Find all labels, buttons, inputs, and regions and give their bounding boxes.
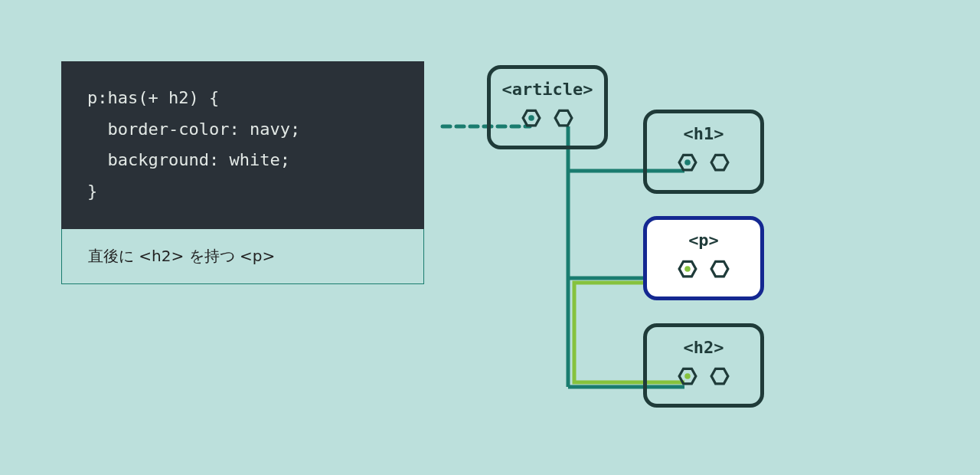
- node-article: <article>: [487, 65, 608, 149]
- svg-point-7: [684, 266, 691, 272]
- node-h2: <h2>: [643, 323, 764, 408]
- ports-p: [678, 259, 730, 279]
- port-icon: [710, 259, 730, 279]
- port-icon: [521, 108, 541, 128]
- ports-h2: [678, 366, 730, 386]
- svg-marker-11: [711, 369, 728, 384]
- svg-marker-2: [555, 110, 572, 126]
- node-p-label: <p>: [688, 231, 719, 250]
- port-icon: [678, 152, 697, 172]
- svg-marker-5: [711, 155, 728, 170]
- node-h2-label: <h2>: [684, 338, 724, 357]
- code-line-1: p:has(+ h2) {: [87, 88, 219, 107]
- svg-point-1: [528, 115, 534, 121]
- port-icon: [554, 108, 573, 128]
- code-block: p:has(+ h2) { border-color: navy; backgr…: [61, 61, 424, 229]
- dom-tree-diagram: <article> <h1> <p> <h2>: [424, 61, 776, 421]
- code-line-4: }: [87, 182, 97, 201]
- ports-article: [521, 108, 573, 128]
- svg-point-4: [684, 159, 691, 165]
- svg-marker-8: [711, 261, 728, 277]
- node-p: <p>: [643, 216, 764, 300]
- port-icon: [678, 366, 697, 386]
- node-h1-label: <h1>: [684, 124, 724, 143]
- code-panel: p:has(+ h2) { border-color: navy; backgr…: [61, 61, 424, 284]
- code-line-2: border-color: navy;: [87, 120, 300, 139]
- port-icon: [678, 259, 697, 279]
- svg-point-10: [684, 373, 691, 379]
- code-caption: 直後に <h2> を持つ <p>: [61, 229, 424, 284]
- node-article-label: <article>: [501, 80, 593, 99]
- node-h1: <h1>: [643, 110, 764, 194]
- port-icon: [710, 152, 730, 172]
- ports-h1: [678, 152, 730, 172]
- code-line-3: background: white;: [87, 150, 290, 169]
- port-icon: [710, 366, 730, 386]
